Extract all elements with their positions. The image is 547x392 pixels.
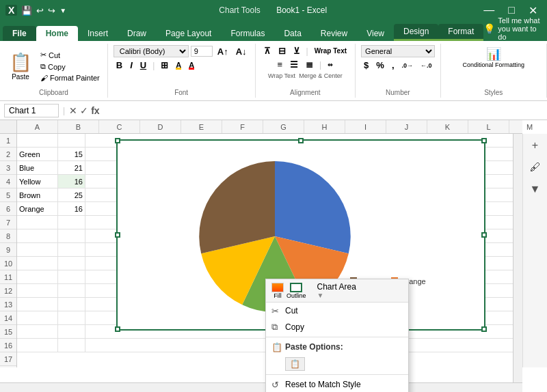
name-box[interactable] (4, 104, 59, 117)
fill-btn[interactable]: Fill (271, 283, 284, 299)
cell-a15[interactable] (17, 325, 58, 339)
add-element-btn[interactable]: + (529, 137, 541, 154)
align-center-btn[interactable]: ☰ (287, 59, 301, 70)
insert-function-icon[interactable]: fx (91, 105, 99, 116)
percent-btn[interactable]: % (373, 59, 387, 71)
cancel-formula-icon[interactable]: ✕ (69, 105, 77, 116)
filter-icon[interactable]: ▼ (527, 180, 544, 198)
cell-a7[interactable] (17, 216, 58, 229)
horizontal-scrollbar[interactable] (0, 382, 522, 392)
paste-option-icon[interactable]: 📋 (285, 357, 305, 371)
vertical-scrollbar[interactable] (513, 134, 522, 382)
number-format-select[interactable]: General (361, 45, 434, 57)
increase-font-btn[interactable]: A↑ (215, 46, 231, 57)
cell-b2[interactable]: 15 (58, 148, 85, 161)
italic-button[interactable]: I (127, 59, 135, 71)
cell-b16[interactable] (58, 339, 85, 352)
brush-icon[interactable]: 🖋 (527, 158, 544, 176)
close-btn[interactable]: ✕ (524, 4, 542, 17)
cell-a2[interactable]: Green (17, 148, 58, 161)
cell-a9[interactable] (17, 243, 58, 257)
cell-a5[interactable]: Brown (17, 188, 58, 202)
cell-a16[interactable] (17, 339, 58, 352)
cell-a14[interactable] (17, 311, 58, 325)
formula-input[interactable] (103, 104, 543, 117)
cell-b11[interactable] (58, 270, 85, 284)
tab-view[interactable]: View (357, 26, 394, 41)
cell-b9[interactable] (58, 243, 85, 257)
tab-insert[interactable]: Insert (78, 26, 118, 41)
fill-color-btn[interactable]: A (173, 60, 184, 70)
font-size-input[interactable] (191, 46, 213, 57)
align-top-btn[interactable]: ⊼ (261, 45, 274, 57)
cell-b14[interactable] (58, 311, 85, 325)
cell-b12[interactable] (58, 284, 85, 298)
cell-b6[interactable]: 16 (58, 202, 85, 216)
border-btn[interactable]: ⊞ (158, 59, 171, 71)
chart-area-dropdown[interactable]: ▼ (317, 292, 403, 299)
chart-handle-tm[interactable] (298, 138, 304, 143)
tell-me-text[interactable]: Tell me what you want to do (498, 16, 544, 41)
decimal-dec-btn[interactable]: ←.0 (418, 61, 435, 70)
wrap-text-btn[interactable]: Wrap Text (312, 46, 349, 55)
tab-file[interactable]: File (3, 26, 36, 41)
cell-a3[interactable]: Blue (17, 161, 58, 175)
chart-handle-mr[interactable] (481, 232, 487, 238)
cell-b5[interactable]: 25 (58, 188, 85, 202)
outline-btn[interactable]: Outline (286, 283, 306, 299)
ctx-reset-style[interactable]: ↺ Reset to Match Style (266, 376, 408, 392)
currency-btn[interactable]: $ (361, 59, 371, 71)
cell-b3[interactable]: 21 (58, 161, 85, 175)
tab-draw[interactable]: Draw (118, 26, 156, 41)
cell-b1[interactable] (58, 134, 85, 148)
maximize-btn[interactable]: □ (504, 4, 519, 17)
cell-a1[interactable] (17, 134, 58, 148)
paste-button[interactable]: 📋 Paste (5, 51, 36, 82)
ctx-cut[interactable]: ✂ Cut (266, 303, 408, 319)
cell-a4[interactable]: Yellow (17, 175, 58, 188)
cell-a6[interactable]: Orange (17, 202, 58, 216)
cell-a13[interactable] (17, 298, 58, 311)
quick-save-icon[interactable]: 💾 (21, 5, 32, 16)
chart-handle-bl[interactable] (115, 326, 120, 332)
align-mid-btn[interactable]: ⊟ (276, 45, 289, 57)
quick-access-dropdown-icon[interactable]: ▼ (59, 7, 66, 14)
align-bot-btn[interactable]: ⊻ (291, 45, 303, 57)
cell-a11[interactable] (17, 270, 58, 284)
bold-button[interactable]: B (114, 59, 125, 71)
undo-icon[interactable]: ↩ (36, 5, 44, 16)
merge-center-btn[interactable]: ⇔ (325, 61, 336, 69)
tab-formulas[interactable]: Formulas (221, 26, 274, 41)
align-right-btn[interactable]: ≣ (303, 59, 316, 70)
decimal-inc-btn[interactable]: .0→ (399, 61, 416, 70)
tab-format[interactable]: Format (438, 24, 483, 41)
font-name-select[interactable]: Calibri (Body) (114, 45, 189, 57)
chart-handle-ml[interactable] (115, 232, 120, 238)
tab-design[interactable]: Design (394, 24, 438, 41)
cell-b4[interactable]: 16 (58, 175, 85, 188)
format-painter-button[interactable]: 🖌 Format Painter (38, 73, 102, 83)
cell-b8[interactable] (58, 229, 85, 243)
align-left-btn[interactable]: ≡ (274, 59, 285, 70)
cell-b7[interactable] (58, 216, 85, 229)
chart-handle-br[interactable] (481, 326, 487, 332)
font-color-btn[interactable]: A (186, 60, 197, 70)
cell-a10[interactable] (17, 257, 58, 270)
cell-a8[interactable] (17, 229, 58, 243)
tab-data[interactable]: Data (274, 26, 310, 41)
conditional-formatting-btn[interactable]: 📊 Conditional Formatting (457, 45, 530, 70)
minimize-btn[interactable]: — (479, 4, 498, 17)
decrease-font-btn[interactable]: A↓ (233, 46, 250, 57)
cut-button[interactable]: ✂ Cut (38, 50, 102, 60)
cell-b15[interactable] (58, 325, 85, 339)
confirm-formula-icon[interactable]: ✓ (80, 105, 88, 116)
ctx-copy[interactable]: ⧉ Copy (266, 319, 408, 335)
chart-handle-tr[interactable] (481, 138, 487, 143)
tab-home[interactable]: Home (36, 26, 78, 41)
chart-handle-tl[interactable] (115, 138, 120, 143)
cell-b13[interactable] (58, 298, 85, 311)
tab-page-layout[interactable]: Page Layout (156, 26, 221, 41)
comma-btn[interactable]: , (389, 59, 397, 71)
cell-a12[interactable] (17, 284, 58, 298)
copy-button[interactable]: ⧉ Copy (38, 61, 102, 72)
